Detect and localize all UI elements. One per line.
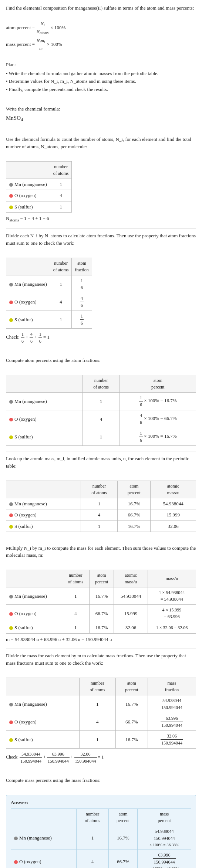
divider-4 [6,648,196,648]
chemical-formula: MnSO4 [6,114,196,123]
s-mass: 32.06 [151,521,196,532]
divide-text: Divide each N_i by N_atoms to calculate … [6,232,196,247]
col-atomic-mass-5: atomicmass/u [114,570,148,587]
o-pct-6: 66.7% [115,713,148,730]
col-natoms-3: numberof atoms [82,375,120,393]
o-atoms-4: 4 [81,509,118,521]
o-atoms-3: 4 [82,410,120,428]
o-element-2: O (oxygen) [6,293,50,311]
col-atom-pct: atompercent [120,375,196,393]
col-mass-frac: massfraction [148,678,196,695]
o-atoms-6: 4 [79,713,115,730]
col-natoms-6: numberof atoms [79,678,115,695]
s-element-3: S (sulfur) [6,428,83,446]
atomic-mass-table: numberof atoms atompercent atomicmass/u … [6,481,196,532]
mn-atoms-7: 1 [76,826,108,850]
mn-atoms-2: 1 [50,275,72,293]
o-element-5: O (oxygen) [6,605,62,622]
chemical-formula-label: Write the chemical formula: [6,105,196,113]
mn-element-1: Mn (manganese) [6,179,50,190]
mn-mass-frac: 54.938044150.994044 [148,695,196,713]
table-row: O (oxygen) 4 46 × 100% = 66.7% [6,410,196,428]
col-mass-pct-7: masspercent [138,808,191,826]
s-atoms-4: 1 [81,521,118,532]
o-atom-pct: 46 × 100% = 66.7% [120,410,196,428]
mass-fraction-section: Divide the mass for each element by m to… [6,652,196,764]
count-atoms-section: Use the chemical formula to count the nu… [6,136,196,223]
o-element-4: O (oxygen) [6,509,81,521]
intro-section: Find the elemental composition for manga… [6,4,196,52]
table-row: O (oxygen) 4 66.7% 63.996150.994044 [6,713,196,730]
plan-section: Plan: Write the chemical formula and gat… [6,61,196,93]
col-element-6 [6,678,80,695]
table-row: Mn (manganese) 1 16.7% 54.938044 1 × 54.… [6,587,196,605]
fractions-table: numberof atoms atomfraction Mn (manganes… [6,258,92,329]
mn-dot-6 [9,703,13,706]
s-element-4: S (sulfur) [6,521,81,532]
s-dot-4 [9,525,13,529]
mn-element-2: Mn (manganese) [6,275,50,293]
plan-title: Plan: [6,61,196,68]
mn-frac: 16 [72,275,92,293]
mn-atom-pct: 16 × 100% = 16.7% [120,393,196,410]
mn-mass-pct: 54.938044150.994044× 100% = 36.38% [138,826,191,850]
mn-mass-5: 54.938044 [114,587,148,605]
o-pct-5: 66.7% [89,605,114,622]
o-mass-pct: 63.996150.994044× 100% = 42.38% [138,850,191,868]
mn-dot-4 [9,502,13,506]
table-row: S (sulfur) 1 16.7% 32.06150.994044 [6,730,196,748]
s-atoms-5: 1 [62,622,89,634]
table-row: O (oxygen) 4 66.7% 15.999 [6,509,196,521]
col-atom-pct-6: atompercent [115,678,148,695]
mn-atoms-1: 1 [50,179,72,190]
atomic-mass-section: Look up the atomic mass, m_i, in unified… [6,455,196,532]
mn-atoms-4: 1 [81,498,118,509]
s-atoms-1: 1 [50,201,72,213]
table-row: Mn (manganese) 1 16 × 100% = 16.7% [6,393,196,410]
o-pct-4: 66.7% [118,509,151,521]
s-atoms-2: 1 [50,311,72,328]
s-dot-2 [9,318,13,322]
mn-dot-2 [9,283,13,286]
table-row: Mn (manganese) 1 16.7% 54.938044150.9940… [11,826,191,850]
col-atom-pct-4: atompercent [118,481,151,498]
answer-label: Answer: [11,799,191,806]
col-natoms-5: numberof atoms [62,570,89,587]
plan-item-2: Determine values for N_i, m_i, N_atoms a… [6,78,196,85]
table-row: Mn (manganese) 1 16 [6,275,92,293]
o-dot-5 [9,612,13,616]
mn-pct-5: 16.7% [89,587,114,605]
o-atoms-2: 4 [50,293,72,311]
mass-fraction-check: Check: 54.938044150.994044 + 63.996150.9… [6,751,196,764]
s-pct-5: 16.7% [89,622,114,634]
mass-percent-text: Compute mass percents using the mass fra… [6,777,196,784]
plan-item-1: Write the chemical formula and gather at… [6,70,196,77]
table-row: S (sulfur) 1 [6,201,72,213]
o-dot-4 [9,513,13,517]
col-atomic-mass: atomicmass/u [151,481,196,498]
col-element-5 [6,570,62,587]
s-mass-5: 32.06 [114,622,148,634]
mn-pct-6: 16.7% [115,695,148,713]
col-natoms-1: numberof atoms [50,161,72,179]
plan-list: Write the chemical formula and gather at… [6,70,196,93]
o-atoms-5: 4 [62,605,89,622]
col-mass-u: mass/u [148,570,196,587]
mn-atoms-3: 1 [82,393,120,410]
table-row: S (sulfur) 1 16 [6,311,92,328]
col-element-2 [6,258,50,275]
s-pct-4: 16.7% [118,521,151,532]
table-row: O (oxygen) 4 [6,190,72,201]
s-element-1: S (sulfur) [6,201,50,213]
divider-2 [6,228,196,228]
mn-pct-7: 16.7% [109,826,138,850]
col-frac: atomfraction [72,258,92,275]
fractions-check: Check: 16 + 46 + 16 = 1 [6,331,196,345]
col-element-3 [6,375,83,393]
s-mass-frac: 32.06150.994044 [148,730,196,748]
atom-percent-section: Compute atom percents using the atom fra… [6,357,196,446]
answer-box: Answer: numberof atoms atompercent massp… [6,795,196,868]
fractions-section: Divide each N_i by N_atoms to calculate … [6,232,196,345]
o-dot-2 [9,301,13,304]
table-row: Mn (manganese) 1 [6,179,72,190]
